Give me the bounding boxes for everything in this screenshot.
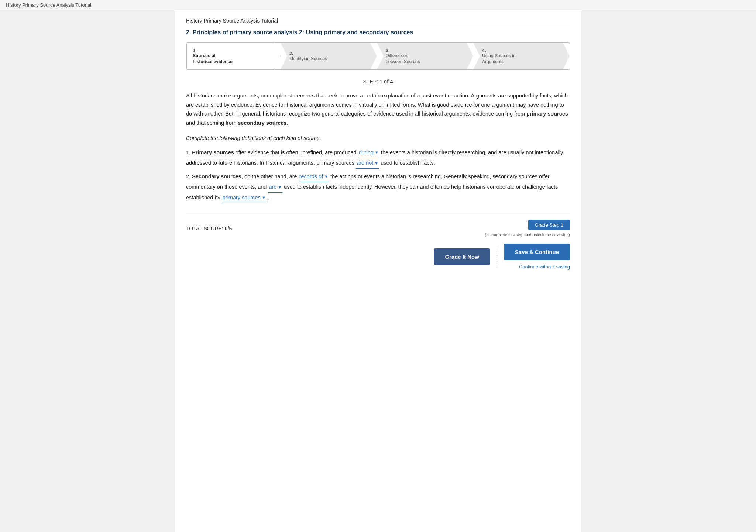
dropdown-2a-arrow: ▼ xyxy=(324,173,328,181)
step-2-number: 2. xyxy=(289,51,326,56)
item1-text3: used to establish facts. xyxy=(379,160,435,166)
save-continue-button[interactable]: Save & Continue xyxy=(504,244,570,260)
step-1[interactable]: 1. Sources ofhistorical evidence xyxy=(186,43,281,69)
step-indicator-prefix: STEP: xyxy=(363,79,379,85)
page-wrapper: History Primary Source Analysis Tutorial… xyxy=(175,10,581,532)
step-4-number: 4. xyxy=(482,48,514,53)
dropdown-1a-value: during xyxy=(359,148,374,158)
step-4-label: Using Sources inArguments xyxy=(482,53,516,65)
dropdown-2b[interactable]: are▼ xyxy=(268,182,282,193)
secondary-sources-bold: secondary sources xyxy=(238,120,286,126)
grade-step-button[interactable]: Grade Step 1 xyxy=(528,220,570,230)
step-2[interactable]: 2. Identifying Sources xyxy=(281,43,377,69)
item2-text4: . xyxy=(267,195,269,200)
step-indicator: STEP: 1 of 4 xyxy=(186,79,570,85)
dropdown-2b-arrow: ▼ xyxy=(278,183,282,191)
item1-number: 1. xyxy=(186,150,192,155)
dropdown-1a-arrow: ▼ xyxy=(375,149,379,157)
answers-section: 1. Primary sources offer evidence that i… xyxy=(186,148,570,203)
dropdown-2c-arrow: ▼ xyxy=(262,194,266,202)
separator xyxy=(497,246,497,268)
item2-prefix: Secondary sources xyxy=(192,174,241,179)
save-continue-col: Save & Continue Continue without saving xyxy=(504,244,570,270)
answer-item-2: 2. Secondary sources, on the other hand,… xyxy=(186,172,570,203)
dropdown-2c[interactable]: primary sources▼ xyxy=(222,193,267,203)
continue-no-save-link[interactable]: Continue without saving xyxy=(519,264,570,270)
instructions-text: Complete the following definitions of ea… xyxy=(186,135,570,141)
steps-container: 1. Sources ofhistorical evidence 2. Iden… xyxy=(186,42,570,70)
dropdown-2c-value: primary sources xyxy=(223,193,261,203)
dropdown-2b-value: are xyxy=(269,182,276,192)
page-title-bar: History Primary Source Analysis Tutorial xyxy=(6,2,91,8)
unlock-text: (to complete this step and unlock the ne… xyxy=(485,233,570,237)
dropdown-2a-value: records of xyxy=(299,172,323,182)
item2-number: 2. xyxy=(186,174,192,179)
browser-bar: History Primary Source Analysis Tutorial xyxy=(0,0,756,10)
dropdown-1a[interactable]: during▼ xyxy=(358,148,379,158)
primary-sources-bold: primary sources xyxy=(526,111,568,117)
total-score: TOTAL SCORE: 0/5 xyxy=(186,226,232,231)
step-1-label: Sources ofhistorical evidence xyxy=(193,53,233,65)
item2-text1: , on the other hand, are xyxy=(241,174,299,179)
total-score-value: 0/5 xyxy=(225,226,232,231)
page-title: History Primary Source Analysis Tutorial xyxy=(186,18,570,25)
total-score-label: TOTAL SCORE: xyxy=(186,226,225,231)
section-heading: 2. Principles of primary source analysis… xyxy=(186,29,570,36)
body-paragraph: All historians make arguments, or comple… xyxy=(186,91,570,128)
footer-right: Grade Step 1 (to complete this step and … xyxy=(485,220,570,237)
step-2-label: Identifying Sources xyxy=(289,56,327,62)
answer-item-1: 1. Primary sources offer evidence that i… xyxy=(186,148,570,169)
step-1-number: 1. xyxy=(193,48,231,53)
step-3-label: Differencesbetween Sources xyxy=(386,53,420,65)
dropdown-2a[interactable]: records of▼ xyxy=(299,172,329,182)
dropdown-1b-value: are not xyxy=(357,158,373,168)
step-4[interactable]: 4. Using Sources inArguments xyxy=(473,43,570,69)
dropdown-1b[interactable]: are not▼ xyxy=(356,158,379,169)
step-indicator-value: 1 of 4 xyxy=(379,79,393,85)
bottom-actions: Grade It Now Save & Continue Continue wi… xyxy=(186,244,570,270)
item1-text1: offer evidence that is often unrefined, … xyxy=(234,150,358,155)
footer-bar: TOTAL SCORE: 0/5 Grade Step 1 (to comple… xyxy=(186,214,570,237)
step-3-number: 3. xyxy=(386,48,419,53)
step-3[interactable]: 3. Differencesbetween Sources xyxy=(377,43,473,69)
item1-prefix: Primary sources xyxy=(192,150,234,155)
grade-it-now-button[interactable]: Grade It Now xyxy=(434,248,490,265)
dropdown-1b-arrow: ▼ xyxy=(374,159,378,167)
